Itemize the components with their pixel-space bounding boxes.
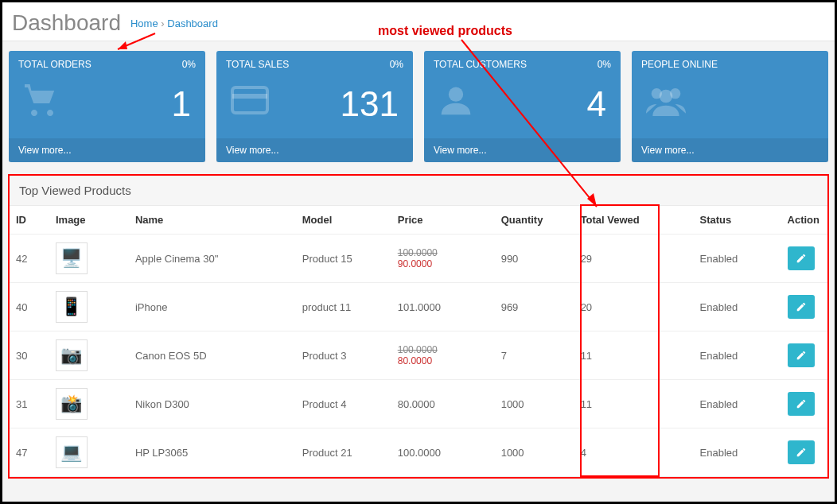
col-viewed: Total Vewed [574, 206, 694, 235]
cell-image: 💻 [49, 428, 129, 477]
svg-point-6 [449, 87, 463, 102]
col-model: Model [296, 206, 391, 235]
cell-qty: 1000 [495, 380, 574, 428]
cell-name: Apple Cinema 30" [129, 235, 296, 283]
page-title: Dashboard [12, 10, 121, 36]
cell-action [781, 283, 827, 331]
card-pct: 0% [182, 59, 196, 70]
cell-action [781, 380, 827, 428]
cell-id: 40 [10, 283, 49, 331]
table-header-row: ID Image Name Model Price Quantity Total… [10, 206, 827, 235]
breadcrumb-current[interactable]: Dashboard [167, 17, 218, 29]
table-row: 42🖥️Apple Cinema 30"Product 15100.000090… [10, 235, 827, 283]
card-label: TOTAL ORDERS [18, 59, 91, 70]
cell-image: 📷 [49, 331, 129, 380]
price: 100.0000 [398, 447, 489, 459]
svg-point-9 [660, 90, 673, 103]
product-thumb: 📷 [56, 339, 88, 371]
cell-viewed: 29 [574, 235, 694, 283]
cell-model: Product 15 [296, 235, 391, 283]
user-icon [438, 83, 473, 126]
cell-name: Nikon D300 [129, 380, 296, 428]
cell-image: 📱 [49, 283, 129, 331]
users-icon [646, 83, 686, 126]
breadcrumb-home[interactable]: Home [130, 17, 158, 29]
price-old: 100.0000 [398, 247, 489, 258]
card-pct: 0% [598, 59, 611, 70]
svg-rect-5 [232, 94, 267, 99]
card-value: 131 [341, 84, 399, 124]
table-row: 30📷Canon EOS 5DProduct 3100.000080.00007… [10, 331, 827, 380]
price: 101.0000 [398, 301, 489, 313]
cell-price: 101.0000 [391, 283, 495, 331]
card-value: 4 [587, 84, 606, 124]
card-total-orders: TOTAL ORDERS 0% 1 View more... [9, 51, 205, 162]
card-total-sales: TOTAL SALES 0% 131 View more... [216, 51, 413, 162]
cell-model: Product 3 [296, 331, 391, 380]
edit-button[interactable] [788, 295, 815, 319]
cell-model: Product 4 [296, 380, 391, 428]
card-icon [231, 84, 269, 124]
card-footer-link[interactable]: View more... [216, 138, 413, 162]
table-row: 40📱iPhoneproduct 11101.000096920Enabled [10, 283, 827, 331]
edit-button[interactable] [788, 392, 815, 416]
edit-button[interactable] [788, 246, 815, 270]
price-new: 80.0000 [398, 355, 489, 366]
cell-status: Enabled [694, 235, 781, 283]
cell-qty: 1000 [495, 428, 574, 477]
col-action: Action [781, 206, 827, 235]
cell-qty: 969 [495, 283, 574, 331]
cell-qty: 990 [495, 235, 574, 283]
cell-action [781, 428, 827, 477]
page-header: Dashboard Home › Dashboard [2, 2, 835, 41]
stat-cards-row: TOTAL ORDERS 0% 1 View more... TOTAL SAL… [2, 41, 835, 172]
cell-status: Enabled [694, 283, 781, 331]
product-thumb: 🖥️ [56, 242, 88, 274]
cell-name: Canon EOS 5D [129, 331, 296, 380]
cell-viewed: 11 [574, 331, 694, 380]
cell-price: 80.0000 [391, 380, 495, 428]
cell-viewed: 20 [574, 283, 694, 331]
edit-button[interactable] [788, 440, 815, 464]
card-footer-link[interactable]: View more... [424, 138, 621, 162]
table-row: 31📸Nikon D300Product 480.0000100011Enabl… [10, 380, 827, 428]
product-thumb: 📱 [56, 291, 88, 323]
col-name: Name [129, 206, 296, 235]
card-footer-link[interactable]: View more... [632, 138, 828, 162]
cell-status: Enabled [694, 428, 781, 477]
col-price: Price [391, 206, 495, 235]
card-pct: 0% [390, 59, 403, 70]
card-people-online: PEOPLE ONLINE View more... [632, 51, 828, 162]
card-label: TOTAL SALES [226, 59, 289, 70]
cell-price: 100.0000 [391, 428, 495, 477]
svg-rect-4 [232, 87, 267, 113]
cell-image: 📸 [49, 380, 129, 428]
card-label: PEOPLE ONLINE [641, 59, 718, 70]
cell-viewed: 11 [574, 380, 694, 428]
breadcrumb-sep: › [161, 17, 164, 29]
cell-id: 42 [10, 235, 49, 283]
cell-action [781, 331, 827, 380]
product-thumb: 💻 [56, 436, 88, 468]
price-old: 100.0000 [398, 344, 489, 355]
cell-price: 100.000090.0000 [391, 235, 495, 283]
product-thumb: 📸 [56, 388, 88, 420]
col-image: Image [49, 206, 129, 235]
card-footer-link[interactable]: View more... [9, 138, 205, 162]
products-table: ID Image Name Model Price Quantity Total… [10, 206, 827, 477]
col-id: ID [10, 206, 49, 235]
cell-id: 30 [10, 331, 49, 380]
cell-viewed: 4 [574, 428, 694, 477]
cell-qty: 7 [495, 331, 574, 380]
panel-title: Top Viewed Products [10, 176, 827, 206]
card-value: 1 [172, 84, 191, 124]
price: 80.0000 [398, 398, 489, 410]
cell-name: iPhone [129, 283, 296, 331]
cell-name: HP LP3065 [129, 428, 296, 477]
cell-status: Enabled [694, 380, 781, 428]
breadcrumb: Home › Dashboard [130, 17, 218, 29]
col-qty: Quantity [495, 206, 574, 235]
edit-button[interactable] [788, 343, 815, 367]
card-total-customers: TOTAL CUSTOMERS 0% 4 View more... [424, 51, 621, 162]
top-viewed-panel: Top Viewed Products ID Image Name Model … [9, 175, 828, 478]
